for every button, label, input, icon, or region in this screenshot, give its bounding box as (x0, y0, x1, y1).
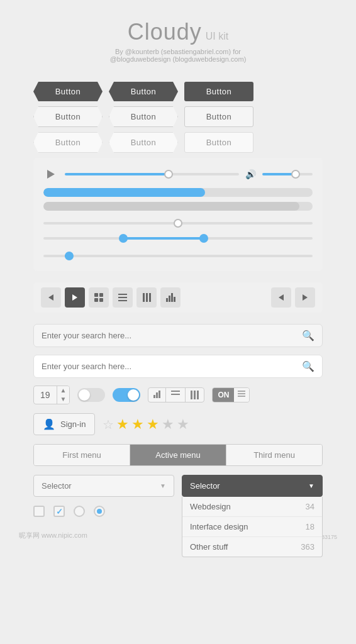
media-list-button[interactable] (113, 287, 133, 308)
bc-bar-1 (166, 298, 168, 302)
play-icon (72, 294, 77, 301)
range-handle-left-2[interactable] (65, 252, 74, 260)
star-4[interactable]: ★ (162, 416, 174, 433)
title-cloudy: Cloudy (128, 19, 202, 45)
button-dark-2[interactable]: Button (109, 82, 178, 101)
sign-in-button[interactable]: 👤 Sign-in (33, 413, 95, 435)
col-bar-3 (149, 293, 151, 302)
search-icon-2[interactable]: 🔍 (302, 360, 314, 372)
seg-col-icon (191, 391, 199, 399)
user-icon: 👤 (43, 418, 55, 430)
dropdown-item-3[interactable]: Other stuff 363 (182, 537, 322, 557)
star-3[interactable]: ★ (147, 416, 159, 433)
button-light-3[interactable]: Button (184, 106, 253, 127)
toggle-on[interactable] (113, 388, 140, 402)
title-by-line: By @kounterb (sebastiengabriel.com) for (110, 48, 247, 55)
button-light-1[interactable]: Button (33, 106, 103, 127)
checkbox-checked[interactable]: ✓ (53, 506, 65, 517)
footer-logo: 昵享网 www.nipic.com (19, 531, 87, 540)
seg-item-2[interactable] (166, 388, 186, 402)
left-selector[interactable]: Selector ▼ (33, 475, 174, 497)
right-selector[interactable]: Selector ▼ (182, 475, 323, 497)
search-icon-1[interactable]: 🔍 (302, 330, 314, 341)
button-lighter-1[interactable]: Button (33, 132, 103, 153)
left-selector-label: Selector (42, 481, 72, 491)
grid-cell-3 (94, 298, 98, 302)
form-controls-row: 19 ▲ ▼ (33, 386, 323, 404)
media-forward-button[interactable] (295, 287, 315, 308)
progress-bar-blue (43, 188, 313, 197)
star-0[interactable]: ☆ (103, 417, 114, 432)
on-off-control: ON (212, 387, 250, 402)
off-bars-icon (238, 391, 245, 397)
dropdown-count-3: 363 (301, 542, 314, 552)
button-lighter-2[interactable]: Button (109, 132, 178, 153)
media-play-button[interactable] (65, 287, 85, 308)
dropdown-label-2: Interface design (190, 522, 248, 531)
media-grid-button[interactable] (89, 287, 109, 308)
sign-in-label: Sign-in (60, 419, 86, 429)
col-bar-2 (146, 293, 148, 302)
checkbox-unchecked[interactable] (33, 506, 45, 517)
dropdown-item-2[interactable]: Interface design 18 (182, 517, 322, 537)
seg-col-2 (194, 391, 196, 399)
right-selector-label: Selector (190, 481, 220, 491)
button-light-2[interactable]: Button (109, 106, 178, 127)
range-track-2 (43, 255, 313, 257)
volume-slider[interactable] (262, 173, 313, 175)
off-button[interactable] (234, 388, 249, 402)
play-button[interactable] (43, 167, 58, 182)
on-button[interactable]: ON (213, 388, 234, 402)
number-down-button[interactable]: ▼ (57, 395, 70, 404)
radio-unchecked[interactable] (74, 506, 85, 517)
bc-bar-2 (169, 296, 170, 302)
tab-third[interactable]: Third menu (226, 445, 322, 465)
number-up-button[interactable]: ▲ (57, 386, 70, 395)
radio-checked[interactable] (94, 506, 105, 517)
off-bar-3 (238, 396, 245, 397)
tab-active[interactable]: Active menu (130, 445, 226, 465)
off-bar-1 (238, 391, 245, 392)
list-line-3 (118, 300, 127, 301)
seg-bc-3 (159, 391, 160, 398)
dropdown-count-2: 18 (306, 522, 314, 531)
range-handle-left[interactable] (119, 234, 128, 243)
media-col-button[interactable] (136, 287, 157, 308)
seg-bars-icon (153, 391, 160, 398)
star-1[interactable]: ★ (116, 416, 129, 433)
search-input-2[interactable] (42, 362, 302, 371)
button-lighter-3[interactable]: Button (184, 132, 253, 153)
dropdown-item-1[interactable]: Webdesign 34 (182, 497, 322, 517)
button-dark-1[interactable]: Button (33, 82, 103, 101)
single-slider-row (43, 216, 313, 227)
radio-dot (97, 509, 102, 514)
number-input: 19 ▲ ▼ (33, 386, 70, 404)
star-2[interactable]: ★ (131, 416, 144, 433)
progress-track-blue (43, 188, 313, 197)
audio-progress-slider[interactable] (65, 173, 239, 175)
bc-bar-3 (171, 293, 173, 302)
tab-first[interactable]: First menu (34, 445, 130, 465)
list-line-1 (118, 294, 127, 295)
right-selector-arrow: ▼ (308, 482, 314, 489)
seg-item-1[interactable] (148, 388, 166, 402)
number-arrows: ▲ ▼ (57, 386, 70, 404)
button-dark-3[interactable]: Button (184, 82, 253, 101)
left-selector-arrow: ▼ (160, 482, 166, 489)
slider-section: 🔊 (33, 158, 323, 271)
media-bars-button[interactable] (160, 287, 181, 308)
signin-stars-row: 👤 Sign-in ☆ ★ ★ ★ ★ ★ (33, 413, 323, 435)
media-prev-button[interactable] (41, 287, 61, 308)
star-5[interactable]: ★ (177, 416, 189, 433)
range-handle-right[interactable] (199, 234, 208, 243)
toggle-off[interactable] (77, 388, 105, 402)
range-slider-2 (43, 250, 313, 262)
single-slider[interactable] (43, 222, 313, 225)
range-slider-1 (43, 232, 313, 245)
seg-line-2 (171, 394, 180, 395)
search-input-1[interactable] (42, 331, 302, 340)
seg-item-3[interactable] (186, 388, 204, 402)
media-rewind-button[interactable] (271, 287, 291, 308)
col-bar-1 (143, 293, 145, 302)
title-area: CloudyUI kit By @kounterb (sebastiengabr… (110, 19, 247, 63)
